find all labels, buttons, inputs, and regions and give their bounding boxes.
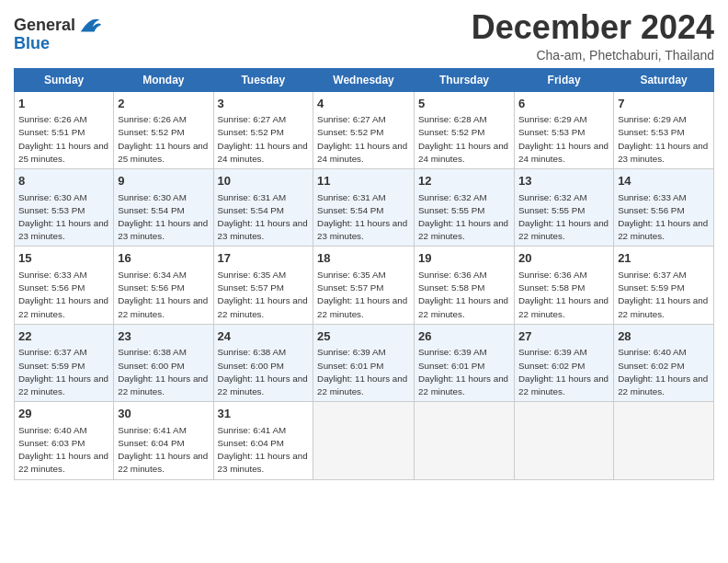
calendar-cell: 5 Sunrise: 6:28 AMSunset: 5:52 PMDayligh…	[415, 91, 515, 168]
day-info: Sunrise: 6:29 AMSunset: 5:53 PMDaylight:…	[618, 114, 708, 164]
day-info: Sunrise: 6:38 AMSunset: 6:00 PMDaylight:…	[218, 347, 308, 396]
page-header: General Blue December 2024 Cha-am, Phetc…	[14, 9, 714, 63]
day-info: Sunrise: 6:26 AMSunset: 5:52 PMDaylight:…	[118, 114, 208, 164]
calendar-cell: 16 Sunrise: 6:34 AMSunset: 5:56 PMDaylig…	[114, 247, 213, 324]
day-number: 5	[418, 96, 510, 112]
calendar-cell: 31 Sunrise: 6:41 AMSunset: 6:04 PMDaylig…	[213, 402, 313, 479]
calendar-cell: 21 Sunrise: 6:37 AMSunset: 5:59 PMDaylig…	[614, 247, 714, 324]
day-number: 29	[18, 406, 109, 422]
calendar-cell: 22 Sunrise: 6:37 AMSunset: 5:59 PMDaylig…	[15, 324, 114, 401]
day-info: Sunrise: 6:41 AMSunset: 6:04 PMDaylight:…	[118, 425, 208, 475]
calendar-cell: 6 Sunrise: 6:29 AMSunset: 5:53 PMDayligh…	[515, 91, 614, 168]
title-block: December 2024 Cha-am, Phetchaburi, Thail…	[472, 9, 714, 63]
calendar-cell: 19 Sunrise: 6:36 AMSunset: 5:58 PMDaylig…	[415, 247, 515, 324]
logo-icon	[77, 13, 103, 39]
day-number: 1	[18, 96, 109, 112]
logo-text: General	[14, 17, 75, 35]
calendar-cell: 10 Sunrise: 6:31 AMSunset: 5:54 PMDaylig…	[213, 169, 313, 247]
day-info: Sunrise: 6:28 AMSunset: 5:52 PMDaylight:…	[418, 114, 508, 164]
header-sunday: Sunday	[15, 68, 114, 91]
day-info: Sunrise: 6:36 AMSunset: 5:58 PMDaylight:…	[518, 270, 609, 319]
day-info: Sunrise: 6:32 AMSunset: 5:55 PMDaylight:…	[518, 192, 609, 242]
calendar-cell: 27 Sunrise: 6:39 AMSunset: 6:02 PMDaylig…	[515, 324, 614, 401]
calendar-cell: 25 Sunrise: 6:39 AMSunset: 6:01 PMDaylig…	[313, 324, 415, 401]
calendar-cell: 11 Sunrise: 6:31 AMSunset: 5:54 PMDaylig…	[313, 169, 415, 247]
logo: General Blue	[14, 13, 103, 53]
calendar-cell: 15 Sunrise: 6:33 AMSunset: 5:56 PMDaylig…	[15, 247, 114, 324]
day-info: Sunrise: 6:39 AMSunset: 6:01 PMDaylight:…	[317, 347, 407, 396]
day-number: 17	[218, 250, 310, 267]
day-number: 23	[118, 328, 209, 345]
location-subtitle: Cha-am, Phetchaburi, Thailand	[472, 48, 714, 63]
header-friday: Friday	[515, 68, 614, 91]
day-info: Sunrise: 6:27 AMSunset: 5:52 PMDaylight:…	[218, 114, 308, 164]
day-info: Sunrise: 6:34 AMSunset: 5:56 PMDaylight:…	[118, 270, 208, 319]
day-number: 19	[418, 250, 510, 267]
day-number: 13	[518, 173, 609, 190]
day-number: 28	[618, 328, 710, 345]
day-number: 31	[218, 406, 310, 422]
day-number: 25	[317, 328, 410, 345]
calendar-cell: 23 Sunrise: 6:38 AMSunset: 6:00 PMDaylig…	[114, 324, 213, 401]
calendar-cell: 7 Sunrise: 6:29 AMSunset: 5:53 PMDayligh…	[614, 91, 714, 168]
header-wednesday: Wednesday	[313, 68, 415, 91]
calendar-cell: 29 Sunrise: 6:40 AMSunset: 6:03 PMDaylig…	[15, 402, 114, 479]
calendar-cell: 3 Sunrise: 6:27 AMSunset: 5:52 PMDayligh…	[213, 91, 313, 168]
header-tuesday: Tuesday	[213, 68, 313, 91]
calendar-row: 29 Sunrise: 6:40 AMSunset: 6:03 PMDaylig…	[15, 402, 714, 479]
day-number: 8	[18, 173, 109, 190]
day-info: Sunrise: 6:38 AMSunset: 6:00 PMDaylight:…	[118, 347, 208, 396]
day-info: Sunrise: 6:35 AMSunset: 5:57 PMDaylight:…	[317, 270, 407, 319]
calendar-cell	[614, 402, 714, 479]
calendar-cell: 30 Sunrise: 6:41 AMSunset: 6:04 PMDaylig…	[114, 402, 213, 479]
header-thursday: Thursday	[415, 68, 515, 91]
day-info: Sunrise: 6:30 AMSunset: 5:54 PMDaylight:…	[118, 192, 208, 242]
day-number: 27	[518, 328, 609, 345]
calendar-cell: 14 Sunrise: 6:33 AMSunset: 5:56 PMDaylig…	[614, 169, 714, 247]
day-info: Sunrise: 6:30 AMSunset: 5:53 PMDaylight:…	[18, 192, 108, 242]
day-number: 26	[418, 328, 510, 345]
header-monday: Monday	[114, 68, 213, 91]
day-info: Sunrise: 6:37 AMSunset: 5:59 PMDaylight:…	[18, 347, 108, 396]
calendar-cell: 20 Sunrise: 6:36 AMSunset: 5:58 PMDaylig…	[515, 247, 614, 324]
calendar-cell	[415, 402, 515, 479]
day-number: 9	[118, 173, 209, 190]
calendar-table: Sunday Monday Tuesday Wednesday Thursday…	[14, 68, 714, 480]
day-info: Sunrise: 6:40 AMSunset: 6:02 PMDaylight:…	[618, 347, 708, 396]
day-info: Sunrise: 6:33 AMSunset: 5:56 PMDaylight:…	[18, 270, 108, 319]
day-number: 15	[18, 250, 109, 267]
calendar-cell: 28 Sunrise: 6:40 AMSunset: 6:02 PMDaylig…	[614, 324, 714, 401]
calendar-cell	[313, 402, 415, 479]
day-number: 10	[218, 173, 310, 190]
day-info: Sunrise: 6:36 AMSunset: 5:58 PMDaylight:…	[418, 270, 508, 319]
day-info: Sunrise: 6:31 AMSunset: 5:54 PMDaylight:…	[218, 192, 308, 242]
month-title: December 2024	[472, 9, 714, 46]
day-number: 14	[618, 173, 710, 190]
day-info: Sunrise: 6:26 AMSunset: 5:51 PMDaylight:…	[18, 114, 108, 164]
day-info: Sunrise: 6:27 AMSunset: 5:52 PMDaylight:…	[317, 114, 407, 164]
calendar-cell: 4 Sunrise: 6:27 AMSunset: 5:52 PMDayligh…	[313, 91, 415, 168]
day-info: Sunrise: 6:37 AMSunset: 5:59 PMDaylight:…	[618, 270, 708, 319]
calendar-cell: 1 Sunrise: 6:26 AMSunset: 5:51 PMDayligh…	[15, 91, 114, 168]
day-info: Sunrise: 6:35 AMSunset: 5:57 PMDaylight:…	[218, 270, 308, 319]
calendar-row: 1 Sunrise: 6:26 AMSunset: 5:51 PMDayligh…	[15, 91, 714, 168]
day-number: 20	[518, 250, 609, 267]
day-number: 6	[518, 96, 609, 112]
calendar-row: 8 Sunrise: 6:30 AMSunset: 5:53 PMDayligh…	[15, 169, 714, 247]
calendar-cell: 17 Sunrise: 6:35 AMSunset: 5:57 PMDaylig…	[213, 247, 313, 324]
day-number: 16	[118, 250, 209, 267]
day-number: 4	[317, 96, 410, 112]
day-info: Sunrise: 6:40 AMSunset: 6:03 PMDaylight:…	[18, 425, 108, 475]
day-info: Sunrise: 6:39 AMSunset: 6:02 PMDaylight:…	[518, 347, 609, 396]
calendar-row: 15 Sunrise: 6:33 AMSunset: 5:56 PMDaylig…	[15, 247, 714, 324]
day-number: 22	[18, 328, 109, 345]
day-info: Sunrise: 6:33 AMSunset: 5:56 PMDaylight:…	[618, 192, 708, 242]
calendar-cell: 26 Sunrise: 6:39 AMSunset: 6:01 PMDaylig…	[415, 324, 515, 401]
calendar-cell: 9 Sunrise: 6:30 AMSunset: 5:54 PMDayligh…	[114, 169, 213, 247]
day-number: 7	[618, 96, 710, 112]
calendar-cell: 2 Sunrise: 6:26 AMSunset: 5:52 PMDayligh…	[114, 91, 213, 168]
day-info: Sunrise: 6:41 AMSunset: 6:04 PMDaylight:…	[218, 425, 308, 475]
calendar-cell: 13 Sunrise: 6:32 AMSunset: 5:55 PMDaylig…	[515, 169, 614, 247]
day-number: 21	[618, 250, 710, 267]
calendar-cell	[515, 402, 614, 479]
